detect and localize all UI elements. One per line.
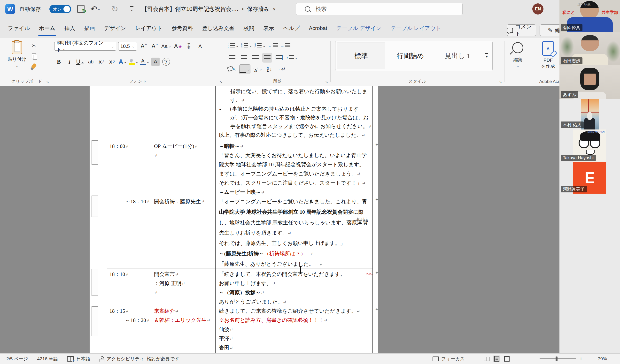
zoom-level[interactable]: 79%: [598, 354, 607, 364]
tab-挿入[interactable]: 挿入: [60, 18, 80, 38]
character-scaling-button[interactable]: ←→A⌄: [253, 65, 263, 74]
superscript-button[interactable]: x2: [108, 57, 117, 66]
user-avatar[interactable]: EN: [532, 3, 543, 15]
focus-mode-button[interactable]: フォーカス: [433, 354, 465, 364]
editing-button[interactable]: 編集 ⌄: [509, 42, 527, 68]
zoom-out-button[interactable]: −: [532, 354, 535, 364]
style-normal[interactable]: 標準: [337, 43, 385, 69]
grow-font-button[interactable]: A^: [139, 42, 148, 51]
tab-テーブル デザイン[interactable]: テーブル デザイン: [332, 18, 386, 38]
participant-tile[interactable]: Takuya HAYASHITakuya Hayashi: [559, 129, 620, 162]
italic-button[interactable]: I: [65, 57, 74, 66]
participant-tile[interactable]: E河野詠美子: [559, 162, 620, 194]
character-shading-button[interactable]: A: [151, 57, 160, 66]
tab-ホーム[interactable]: ホーム: [34, 18, 60, 38]
script-cell[interactable]: 続きまして、ご来賓の皆様をご紹介させていただきます。↵※お名前と読み方、肩書きの…: [216, 305, 373, 353]
borders-button[interactable]: ⌄: [239, 64, 250, 74]
cut-button[interactable]: ✂: [30, 42, 38, 50]
participant-tile[interactable]: あすみ: [559, 65, 620, 99]
script-cell[interactable]: 「続きまして、本祝賀会の開会宣言をいただきます。お願い申し上げます。↵～（河原）…: [216, 268, 373, 305]
align-right-button[interactable]: [251, 53, 260, 62]
tab-参考資料[interactable]: 参考資料: [167, 18, 198, 38]
bold-button[interactable]: B: [54, 57, 63, 66]
program-item-cell[interactable]: 開会祈祷：藤原先生↵: [151, 195, 216, 268]
styles-dialog-launcher[interactable]: ↘: [499, 80, 502, 84]
multilevel-list-button[interactable]: 1 a i⌄: [255, 41, 266, 50]
read-mode-button[interactable]: [483, 356, 490, 362]
script-cell[interactable]: ～暗転～↵「皆さん、大変長らくお待たせいたしました。いよいよ青山学院大学 地球社…: [216, 140, 373, 195]
phonetic-guide-button[interactable]: ア亜: [184, 42, 194, 51]
increase-indent-button[interactable]: →: [280, 41, 290, 50]
participant-tile[interactable]: 石田志歩: [559, 32, 620, 65]
time-cell[interactable]: 18：10↵: [107, 268, 151, 305]
search-input[interactable]: 検索: [296, 3, 463, 15]
program-item-cell[interactable]: 来賓紹介↵＆乾杯：エリック先生↵: [151, 305, 216, 353]
tab-レイアウト[interactable]: レイアウト: [131, 18, 167, 38]
shading-button[interactable]: ⌄: [228, 65, 237, 74]
highlight-button[interactable]: ⌄: [129, 57, 139, 66]
style-heading1[interactable]: 見出し 1: [434, 41, 481, 71]
tab-描画[interactable]: 描画: [80, 18, 100, 38]
participant-tile[interactable]: 周年記念私にと共生学部有園僚真: [559, 0, 620, 32]
font-dialog-launcher[interactable]: ↘: [219, 80, 222, 84]
document-canvas[interactable]: 指示に従い、慌てずに、落ち着いた行動をお願いいたします。↵●（事前に危険物の持ち…: [0, 86, 620, 353]
tab-差し込み文書[interactable]: 差し込み文書: [198, 18, 239, 38]
distribute-button[interactable]: [275, 53, 284, 62]
program-item-cell[interactable]: OP ムービー(1分)↵↵: [151, 140, 216, 195]
font-color-button[interactable]: A⌄: [140, 57, 150, 66]
tab-デザイン[interactable]: デザイン: [100, 18, 131, 38]
program-item-cell[interactable]: [151, 86, 216, 140]
tab-Acrobat[interactable]: Acrobat: [304, 18, 332, 38]
show-formatting-marks-button[interactable]: →↵: [276, 65, 286, 74]
time-cell[interactable]: 18：15↵～18：20↵: [107, 305, 151, 353]
redo-button[interactable]: ↻: [109, 4, 120, 14]
justify-button[interactable]: [263, 53, 272, 62]
align-center-button[interactable]: [239, 53, 248, 62]
underline-button[interactable]: U⌄: [76, 57, 85, 66]
paragraph-dialog-launcher[interactable]: ↘: [325, 80, 328, 84]
tab-表示[interactable]: 表示: [259, 18, 279, 38]
tab-校閲[interactable]: 校閲: [239, 18, 259, 38]
align-left-button[interactable]: [228, 53, 237, 62]
participant-tile[interactable]: 木村 佑人: [559, 99, 620, 129]
comments-button[interactable]: コメント: [507, 24, 536, 36]
tab-ヘルプ[interactable]: ヘルプ: [279, 18, 304, 38]
decrease-indent-button[interactable]: ←: [268, 41, 278, 50]
text-effects-button[interactable]: A⌄: [118, 57, 127, 66]
clipboard-dialog-launcher[interactable]: ↘: [46, 80, 49, 84]
font-size-combo[interactable]: 10.5⌄: [118, 42, 137, 51]
shrink-font-button[interactable]: A˅: [150, 42, 159, 51]
document-page[interactable]: 指示に従い、慌てずに、落ち着いた行動をお願いいたします。↵●（事前に危険物の持ち…: [90, 86, 378, 353]
font-name-combo[interactable]: 游明朝 (本文のフォント・⌄: [54, 42, 116, 51]
line-spacing-button[interactable]: ↕⌄: [286, 53, 298, 62]
tab-テーブル レイアウト[interactable]: テーブル レイアウト: [386, 18, 446, 38]
undo-button[interactable]: ↶⌄: [90, 4, 101, 14]
subscript-button[interactable]: x2: [97, 57, 106, 66]
saved-status-chevron-icon[interactable]: ∨: [273, 7, 276, 11]
style-no-spacing[interactable]: 行間詰め: [387, 41, 434, 71]
create-pdf-button[interactable]: ᴀ PDF を作成: [537, 41, 559, 69]
sort-button[interactable]: AZ↓: [265, 65, 274, 74]
autosave-toggle[interactable]: オン: [49, 5, 71, 13]
script-table[interactable]: 指示に従い、慌てずに、落ち着いた行動をお願いいたします。↵●（事前に危険物の持ち…: [107, 86, 373, 353]
change-case-button[interactable]: Aa⌄: [161, 42, 171, 51]
styles-gallery-more-button[interactable]: ▾: [481, 41, 492, 71]
word-app-icon[interactable]: W: [5, 4, 15, 14]
script-cell[interactable]: 指示に従い、慌てずに、落ち着いた行動をお願いいたします。↵●（事前に危険物の持ち…: [216, 86, 373, 140]
enclose-characters-button[interactable]: 字: [162, 57, 171, 66]
zoom-slider[interactable]: [540, 354, 576, 364]
zoom-in-button[interactable]: +: [579, 354, 583, 364]
time-cell[interactable]: ～18：10↵: [107, 195, 151, 268]
copy-button[interactable]: [30, 52, 38, 60]
numbering-button[interactable]: 1 2 3⌄: [241, 41, 252, 50]
program-item-cell[interactable]: 開会宣言↵：河原 正明↵↵: [151, 268, 216, 305]
time-cell[interactable]: [107, 86, 151, 140]
character-border-button[interactable]: A: [195, 42, 205, 51]
saved-status[interactable]: 保存済み: [247, 5, 270, 13]
print-layout-button[interactable]: [493, 356, 500, 362]
web-layout-button[interactable]: [503, 356, 511, 362]
format-painter-button[interactable]: [30, 62, 38, 70]
clear-formatting-button[interactable]: A◈: [173, 42, 182, 51]
save-button[interactable]: ↻: [76, 4, 86, 14]
tab-ファイル[interactable]: ファイル: [3, 18, 34, 38]
